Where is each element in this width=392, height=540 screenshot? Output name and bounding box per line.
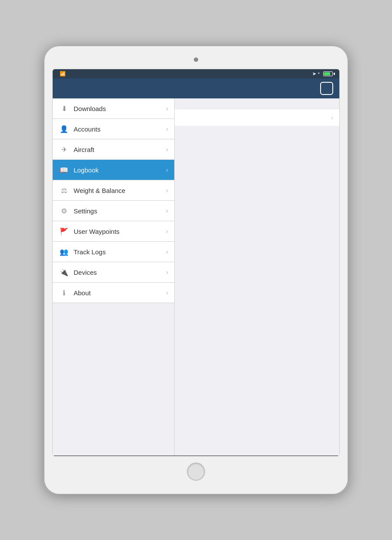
sidebar-item-track-logs[interactable]: 👥 Track Logs ›	[53, 242, 174, 262]
screen: 📶 ➤ *	[52, 69, 340, 456]
chevron-aircraft: ›	[166, 146, 168, 153]
aircraft-icon: ✈	[59, 144, 69, 155]
sidebar-item-downloads[interactable]: ⬇ Downloads ›	[53, 98, 174, 119]
downloads-icon: ⬇	[59, 103, 69, 114]
home-button[interactable]	[187, 462, 205, 481]
battery-body	[323, 71, 333, 76]
sidebar-label-about: About	[74, 289, 166, 297]
accounts-icon: 👤	[59, 124, 69, 134]
status-left: 📶	[57, 71, 66, 77]
battery-tip	[334, 73, 335, 75]
menu-section	[175, 126, 339, 131]
menu-section-header	[175, 126, 339, 131]
sidebar-item-settings[interactable]: ⚙ Settings ›	[53, 201, 174, 221]
tab-bar	[53, 456, 339, 456]
wifi-icon: 📶	[60, 71, 66, 77]
sidebar-label-aircraft: Aircraft	[74, 146, 166, 153]
logbook-icon: 📖	[59, 165, 69, 175]
main-content: ⬇ Downloads › 👤 Accounts › ✈ Aircraft › …	[53, 98, 339, 456]
about-icon: ℹ	[59, 287, 69, 298]
sidebar-item-logbook[interactable]: 📖 Logbook ›	[53, 160, 174, 180]
sidebar-label-devices: Devices	[74, 269, 166, 276]
user-waypoints-icon: 🚩	[59, 226, 69, 236]
nav-add-button[interactable]	[320, 82, 333, 95]
chevron-downloads: ›	[166, 105, 168, 112]
sidebar-label-user-waypoints: User Waypoints	[74, 228, 166, 235]
front-camera	[194, 57, 198, 62]
weight-balance-icon: ⚖	[59, 185, 69, 196]
battery-fill	[324, 72, 330, 75]
sidebar-item-weight-balance[interactable]: ⚖ Weight & Balance ›	[53, 180, 174, 201]
sidebar-label-weight-balance: Weight & Balance	[74, 187, 166, 194]
entries-section	[175, 98, 339, 104]
status-bar: 📶 ➤ *	[53, 69, 339, 78]
chevron-logbook: ›	[166, 166, 168, 173]
currency-section: ›	[175, 104, 339, 126]
settings-icon: ⚙	[59, 206, 69, 216]
chevron-settings: ›	[166, 207, 168, 214]
sidebar-item-user-waypoints[interactable]: 🚩 User Waypoints ›	[53, 221, 174, 242]
sidebar-item-devices[interactable]: 🔌 Devices ›	[53, 262, 174, 283]
sidebar: ⬇ Downloads › 👤 Accounts › ✈ Aircraft › …	[53, 98, 175, 456]
sidebar-label-downloads: Downloads	[74, 105, 166, 112]
location-icon: ➤	[312, 71, 316, 77]
battery-icon	[323, 71, 335, 76]
sidebar-label-logbook: Logbook	[74, 166, 166, 174]
devices-icon: 🔌	[59, 267, 69, 277]
bluetooth-icon: *	[318, 71, 320, 77]
right-panel: ›	[175, 98, 339, 456]
chevron-track-logs: ›	[166, 248, 168, 255]
chevron-devices: ›	[166, 269, 168, 276]
sidebar-label-settings: Settings	[74, 207, 166, 215]
sidebar-item-accounts[interactable]: 👤 Accounts ›	[53, 119, 174, 139]
ipad-device: 📶 ➤ *	[44, 45, 348, 495]
sidebar-label-accounts: Accounts	[74, 125, 166, 133]
chevron-accounts: ›	[166, 125, 168, 132]
nav-bar	[53, 78, 339, 98]
sidebar-label-track-logs: Track Logs	[74, 248, 166, 256]
chevron-weight-balance: ›	[166, 187, 168, 194]
status-right: ➤ *	[312, 71, 335, 77]
add-currency-chevron: ›	[331, 114, 333, 121]
currency-section-header	[175, 104, 339, 109]
entries-section-header	[175, 98, 339, 104]
sidebar-item-aircraft[interactable]: ✈ Aircraft ›	[53, 139, 174, 160]
add-currency-row[interactable]: ›	[175, 109, 339, 126]
chevron-about: ›	[166, 289, 168, 296]
track-logs-icon: 👥	[59, 246, 69, 257]
chevron-user-waypoints: ›	[166, 228, 168, 235]
sidebar-item-about[interactable]: ℹ About ›	[53, 283, 174, 303]
